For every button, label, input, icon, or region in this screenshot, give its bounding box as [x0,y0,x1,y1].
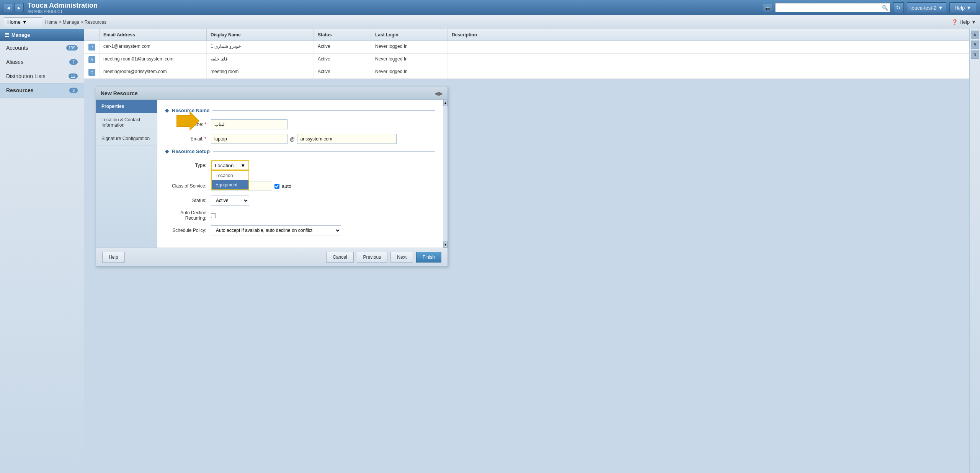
cos-auto-label: auto [282,183,291,189]
section-decorator: ◆ [165,148,169,154]
top-bar-right: 📷 🔍 ↻ touca-test-2 ▼ Help ▼ [763,2,976,13]
last-login-cell: Never logged In [371,66,448,78]
status-cell: Active [314,41,371,53]
main-layout: ☰ Manage Accounts 139 Aliases 7 Distribu… [0,29,980,473]
app-title-main: Touca Administration [28,2,98,10]
type-dropdown-menu: Location Equipment [211,170,249,190]
type-option-location[interactable]: Location [212,171,248,180]
sidebar-item-label: Accounts [6,45,28,51]
help-label: Help [954,5,965,11]
email-field-row: Email: @ [165,134,435,144]
dialog-title: New Resource [101,90,137,96]
nav-item-properties[interactable]: Properties [96,100,157,113]
next-button[interactable]: Next [390,252,413,263]
search-icon: 🔍 [882,5,888,11]
scroll-up-button[interactable]: ▲ [443,100,448,106]
home-dropdown[interactable]: Home ▼ [4,17,42,27]
scroll-track [443,106,448,241]
status-cell: Active [314,66,371,78]
nav-forward-button[interactable]: ▶ [15,3,24,12]
navigation-buttons: ◀ ▶ [4,3,24,12]
sidebar-item-resources[interactable]: Resources 3 [0,83,84,98]
resources-badge: 3 [69,88,78,93]
content-area: Email Address Display Name Status Last L… [84,29,969,473]
section-line [212,110,435,111]
type-label: Type: [165,163,211,168]
cos-label: Class of Service: [165,183,211,189]
app-title: Touca Administration AN ARIS PRODUCT [28,2,98,14]
name-input[interactable] [211,119,287,129]
schedule-policy-label: Schedule Policy: [165,228,211,233]
right-icon-b[interactable]: B [971,41,979,49]
svg-marker-0 [176,111,199,130]
distribution-badge: 12 [69,73,78,79]
auto-decline-checkbox[interactable] [211,213,216,218]
section-line [213,151,435,152]
sidebar: ☰ Manage Accounts 139 Aliases 7 Distribu… [0,29,84,473]
breadcrumb: Home > Manage > Resources [45,20,106,25]
col-display: Display Name [207,29,314,41]
table-header: Email Address Display Name Status Last L… [84,29,969,41]
finish-button[interactable]: Finish [416,252,441,263]
col-description: Description [448,29,969,41]
table-row[interactable]: R car-1@arissystem.com خودرو شماری 1 Act… [84,41,969,54]
schedule-policy-select[interactable]: Auto accept if available, auto decline o… [211,225,341,235]
nav-back-button[interactable]: ◀ [4,3,13,12]
type-value: Location [215,163,234,168]
search-input[interactable] [777,5,880,10]
email-input[interactable] [211,134,287,144]
status-select[interactable]: Active [211,196,249,206]
type-select[interactable]: Location ▼ [211,160,249,170]
row-icon-cell: R [84,66,100,78]
sidebar-item-distribution-lists[interactable]: Distribution Lists 12 [0,69,84,83]
nav-item-location[interactable]: Location & Contact Information [96,113,157,132]
dialog-sidebar: Properties Location & Contact Informatio… [96,100,157,248]
type-option-equipment[interactable]: Equipment [212,180,248,189]
new-resource-dialog: New Resource ◀▶ Properties Location & Co… [96,87,448,267]
table-row[interactable]: R meeting-room01@arissystem.com فای حلقه… [84,54,969,66]
email-row: @ [211,134,397,144]
right-icon-a[interactable]: A [971,31,979,39]
app-subtitle: AN ARIS PRODUCT [28,10,98,14]
email-label: Email: [165,136,211,142]
help-icon: ❓ [952,19,958,25]
status-field-row: Status: Active [165,196,435,206]
row-icon-cell: R [84,54,100,66]
help-label: Help [959,19,970,25]
camera-button[interactable]: 📷 [763,3,772,12]
right-icon-0[interactable]: 0 [971,51,979,59]
email-cell: meeting-room01@arissystem.com [100,54,207,66]
search-bar: 🔍 [775,3,890,12]
help-button[interactable]: Help [102,252,125,263]
status-label: Status: [165,198,211,203]
expand-icon[interactable]: ◀▶ [434,90,443,96]
auto-decline-row: Auto Decline Recurring: [165,210,435,221]
nav-item-signature[interactable]: Signature Configuration [96,132,157,145]
chevron-down-icon: ▼ [971,19,976,25]
auto-decline-label: Auto Decline Recurring: [165,210,211,221]
refresh-button[interactable]: ↻ [893,2,904,13]
manage-header: ☰ Manage [0,29,84,41]
table-row[interactable]: R meetingroom@arissystem.com meeting roo… [84,66,969,79]
type-field-row: Type: Location ▼ Location Equipment [165,160,435,170]
arrow-pointer [176,111,199,132]
dialog-scrollbar[interactable]: ▲ ▼ [443,100,448,248]
schedule-policy-row: Schedule Policy: Auto accept if availabl… [165,225,435,235]
cancel-button[interactable]: Cancel [326,252,353,263]
previous-button[interactable]: Previous [357,252,388,263]
cos-field-row: Class of Service: auto [165,181,435,191]
sidebar-item-aliases[interactable]: Aliases 7 [0,55,84,69]
email-domain-input[interactable] [297,134,397,144]
secondary-help[interactable]: ❓ Help ▼ [952,19,976,25]
secondary-bar: Home ▼ Home > Manage > Resources ❓ Help … [0,15,980,29]
section-decorator: ◆ [165,108,169,113]
resource-icon: R [88,44,95,51]
help-button[interactable]: Help ▼ [949,2,976,13]
sidebar-item-label: Aliases [6,59,23,65]
scroll-down-button[interactable]: ▼ [443,241,448,248]
cos-auto-checkbox[interactable] [274,184,279,189]
sidebar-item-accounts[interactable]: Accounts 139 [0,41,84,55]
user-dropdown[interactable]: touca-test-2 ▼ [907,2,947,13]
chevron-down-icon: ▼ [938,5,943,11]
col-email: Email Address [100,29,207,41]
